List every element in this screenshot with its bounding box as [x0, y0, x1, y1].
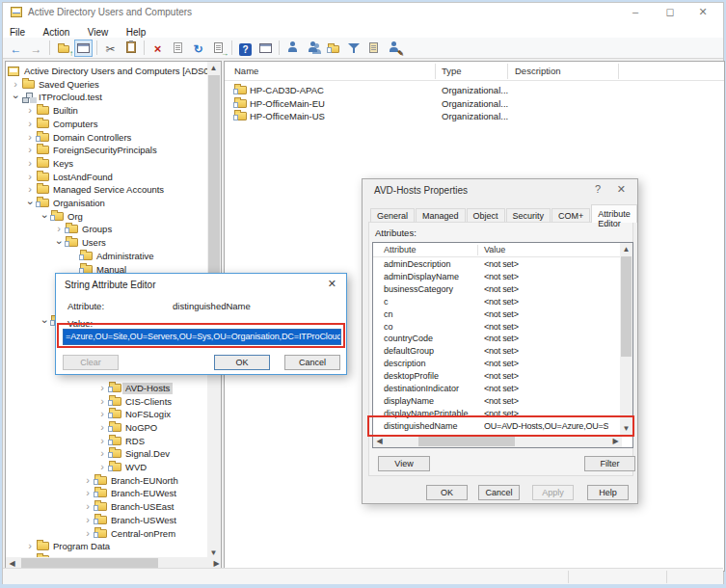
attribute-row[interactable]: destinationIndicator <not set>: [373, 384, 622, 396]
tree-item[interactable]: ›ITProCloud.test: [6, 91, 222, 104]
tree-item[interactable]: ›Saved Queries: [6, 78, 222, 92]
chevron-collapsed-icon[interactable]: ›: [25, 171, 35, 183]
tree-item-label[interactable]: Domain Controllers: [53, 132, 131, 144]
tree-item[interactable]: ›WVD: [6, 461, 222, 474]
tree-item-label[interactable]: Signal.Dev: [125, 448, 170, 460]
chevron-collapsed-icon[interactable]: ›: [11, 78, 20, 91]
tab-general[interactable]: General: [370, 208, 415, 223]
chevron-collapsed-icon[interactable]: ›: [97, 435, 107, 447]
tree-item-label[interactable]: NoGPO: [125, 422, 157, 434]
tree-item-label[interactable]: Organisation: [53, 198, 105, 209]
attribute-row[interactable]: desktopProfile <not set>: [373, 371, 622, 384]
tree-item[interactable]: ›Org: [6, 210, 222, 224]
toolbar-up-one-level-button[interactable]: ↑: [54, 40, 72, 57]
close-icon[interactable]: ✕: [617, 183, 626, 196]
tree-item-label[interactable]: Managed Service Accounts: [53, 184, 164, 196]
chevron-collapsed-icon[interactable]: ›: [25, 183, 35, 196]
chevron-collapsed-icon[interactable]: ›: [97, 421, 107, 434]
chevron-collapsed-icon[interactable]: ›: [83, 500, 93, 513]
tab-managed-by[interactable]: Managed By: [416, 208, 466, 223]
tree-item[interactable]: ›Branch-USEast: [6, 500, 222, 514]
tree-item[interactable]: Administrative: [6, 250, 222, 263]
attribute-row[interactable]: adminDescription <not set>: [373, 259, 622, 272]
tree-item-label[interactable]: Org: [67, 211, 83, 223]
tree-item-label[interactable]: NoFSLogix: [125, 409, 171, 420]
tree-item[interactable]: ›RDS: [6, 435, 222, 448]
apply-button[interactable]: Apply: [532, 485, 574, 500]
ok-button[interactable]: OK: [214, 355, 270, 370]
chevron-collapsed-icon[interactable]: ›: [25, 144, 35, 156]
view-button[interactable]: View: [378, 456, 430, 471]
menu-view[interactable]: View: [81, 25, 116, 38]
column-type[interactable]: Type: [442, 66, 462, 76]
toolbar-cut-button[interactable]: ✂: [101, 40, 120, 57]
clear-button[interactable]: Clear: [63, 355, 119, 370]
tree-item[interactable]: ›Signal.Dev: [6, 447, 222, 461]
attribute-row[interactable]: c <not set>: [373, 297, 622, 309]
tree-item[interactable]: ›Organisation: [6, 197, 222, 210]
tree-item-label[interactable]: Groups: [82, 224, 112, 235]
chevron-collapsed-icon[interactable]: ›: [25, 104, 35, 117]
tree-item[interactable]: ›NoGPO: [6, 421, 222, 435]
attribute-row[interactable]: businessCategory <not set>: [373, 284, 622, 297]
scroll-up-icon[interactable]: ▲: [207, 62, 220, 74]
cancel-button[interactable]: Cancel: [478, 485, 520, 500]
toolbar-back-button[interactable]: ←: [7, 40, 25, 57]
tree-item[interactable]: ›Program Data: [6, 540, 222, 553]
item-name[interactable]: HP-OfficeMain-EU: [250, 98, 325, 109]
tree-item[interactable]: ›Users: [6, 236, 222, 250]
chevron-collapsed-icon[interactable]: ›: [25, 131, 35, 144]
tree-item-label[interactable]: Active Directory Users and Computers [AD…: [24, 66, 222, 77]
toolbar-script-button[interactable]: [364, 40, 383, 57]
chevron-collapsed-icon[interactable]: ›: [97, 447, 107, 460]
chevron-collapsed-icon[interactable]: ›: [97, 461, 107, 473]
tree-item[interactable]: ›Groups: [6, 223, 222, 236]
attr-vertical-scrollbar[interactable]: ▲ ▼: [620, 243, 632, 435]
chevron-collapsed-icon[interactable]: ›: [97, 395, 107, 408]
toolbar-console-window-button[interactable]: [256, 40, 275, 57]
toolbar-delete-button[interactable]: ×: [148, 40, 167, 57]
attribute-row[interactable]: cn <not set>: [373, 309, 622, 322]
toolbar-refresh-button[interactable]: ↻: [189, 40, 207, 57]
cancel-button[interactable]: Cancel: [284, 355, 340, 370]
tab-attribute-editor[interactable]: Attribute Editor: [591, 204, 637, 223]
tree-item[interactable]: ›Domain Controllers: [6, 131, 222, 145]
filter-button[interactable]: Filter: [584, 456, 635, 471]
tree-item-label[interactable]: ITProCloud.test: [39, 92, 102, 103]
tree-item[interactable]: ›NoFSLogix: [6, 408, 222, 421]
tree-item[interactable]: ›Central-onPrem: [6, 527, 222, 541]
scroll-thumb[interactable]: [418, 436, 515, 446]
list-item[interactable]: HP-OfficeMain-US Organizational...: [225, 110, 724, 123]
tab-security[interactable]: Security: [506, 208, 551, 223]
attribute-row[interactable]: displayName <not set>: [373, 396, 622, 409]
help-button[interactable]: Help: [587, 485, 629, 500]
minimize-button[interactable]: –: [621, 3, 650, 21]
toolbar-new-ou-button[interactable]: [324, 40, 342, 57]
tree-item-label[interactable]: RDS: [125, 436, 145, 447]
chevron-collapsed-icon[interactable]: ›: [25, 157, 35, 170]
chevron-collapsed-icon[interactable]: ›: [97, 382, 107, 394]
tree-item[interactable]: ›Keys: [6, 157, 222, 171]
tree-item[interactable]: ›Branch-EUWest: [6, 487, 222, 500]
list-item[interactable]: HP-CAD3D-APAC Organizational...: [225, 84, 724, 97]
tree-item-label[interactable]: Branch-USWest: [111, 515, 176, 526]
toolbar-filter-button[interactable]: [344, 40, 363, 57]
attribute-row[interactable]: description <not set>: [373, 359, 622, 371]
tree-item-label[interactable]: Branch-EUWest: [111, 488, 176, 499]
tree-item[interactable]: Active Directory Users and Computers [AD…: [6, 65, 222, 78]
item-name[interactable]: HP-OfficeMain-US: [250, 111, 325, 121]
tree-item-label[interactable]: Builtin: [53, 105, 78, 117]
menu-help[interactable]: Help: [120, 25, 153, 38]
menu-file[interactable]: File: [3, 25, 32, 38]
column-attribute[interactable]: Attribute: [384, 245, 417, 254]
tab-com-[interactable]: COM+: [551, 208, 590, 223]
tree-item-label[interactable]: WVD: [125, 462, 147, 473]
chevron-expanded-icon[interactable]: ›: [53, 238, 66, 248]
toolbar-new-user-button[interactable]: [283, 40, 302, 57]
column-description[interactable]: Description: [515, 66, 561, 76]
tree-item[interactable]: ›Managed Service Accounts: [6, 183, 222, 197]
chevron-collapsed-icon[interactable]: ›: [25, 118, 35, 130]
tree-item[interactable]: ›Branch-USWest: [6, 514, 222, 527]
chevron-collapsed-icon[interactable]: ›: [83, 474, 93, 487]
tree-item[interactable]: ›Builtin: [6, 104, 222, 118]
